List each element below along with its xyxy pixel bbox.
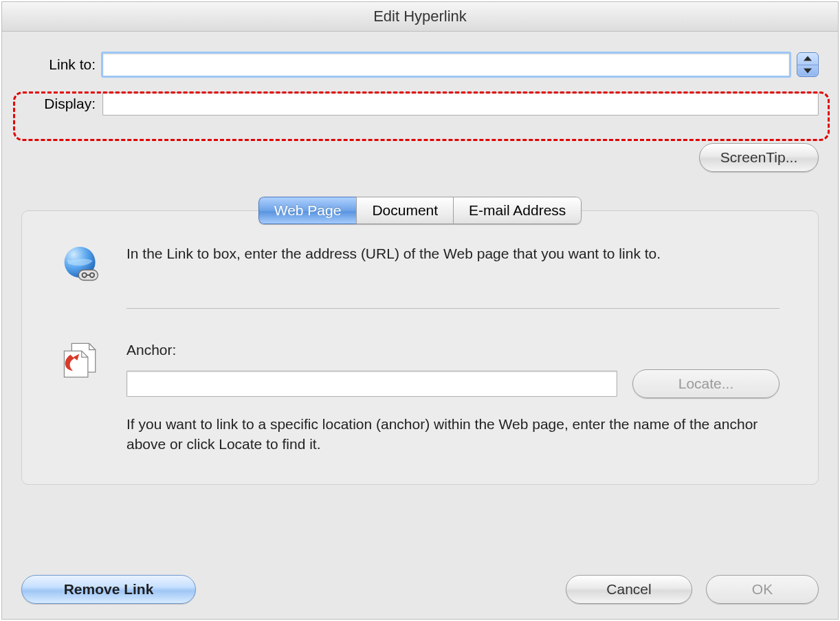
tab-email-address[interactable]: E-mail Address <box>453 197 582 224</box>
form-area: Link to: Display: ScreenTip... Web Pa <box>2 32 838 485</box>
tab-web-page[interactable]: Web Page <box>258 197 357 224</box>
web-page-panel: In the Link to box, enter the address (U… <box>21 210 819 485</box>
screentip-button[interactable]: ScreenTip... <box>699 143 819 172</box>
link-to-input[interactable] <box>102 53 790 76</box>
footer-buttons: Cancel OK <box>566 575 819 604</box>
ok-button[interactable]: OK <box>706 575 819 604</box>
dialog-title: Edit Hyperlink <box>373 8 467 25</box>
url-section: In the Link to box, enter the address (U… <box>60 244 780 289</box>
anchor-pages-icon <box>60 340 104 454</box>
display-label: Display: <box>21 96 102 112</box>
svg-marker-0 <box>804 56 812 61</box>
stepper-down-icon <box>797 65 818 77</box>
tabs-area: Web Page Document E-mail Address <box>21 197 819 485</box>
svg-marker-1 <box>804 68 812 73</box>
cancel-button[interactable]: Cancel <box>566 575 692 604</box>
tab-document[interactable]: Document <box>356 197 453 224</box>
globe-link-icon <box>60 244 104 289</box>
dialog-footer: Remove Link Cancel OK <box>21 575 819 604</box>
locate-button[interactable]: Locate... <box>632 369 780 398</box>
screentip-row: ScreenTip... <box>21 143 819 172</box>
anchor-label: Anchor: <box>126 340 780 360</box>
display-row: Display: <box>21 92 819 116</box>
link-to-row: Link to: <box>21 52 819 77</box>
link-to-history-stepper[interactable] <box>797 52 819 77</box>
anchor-section: Anchor: Locate... If you want to link to… <box>60 340 780 454</box>
anchor-input[interactable] <box>126 371 617 397</box>
display-input[interactable] <box>102 92 819 116</box>
section-divider <box>126 308 780 309</box>
anchor-input-row: Locate... <box>126 369 780 398</box>
remove-link-button[interactable]: Remove Link <box>21 575 196 604</box>
url-description: In the Link to box, enter the address (U… <box>126 244 780 263</box>
title-bar: Edit Hyperlink <box>2 2 838 32</box>
tabset: Web Page Document E-mail Address <box>258 197 582 224</box>
stepper-up-icon <box>797 53 818 65</box>
tab-bar: Web Page Document E-mail Address <box>21 197 819 224</box>
link-to-label: Link to: <box>21 56 102 73</box>
anchor-description: If you want to link to a specific locati… <box>126 415 780 454</box>
edit-hyperlink-dialog: Edit Hyperlink Link to: Display: ScreenT… <box>1 1 839 620</box>
